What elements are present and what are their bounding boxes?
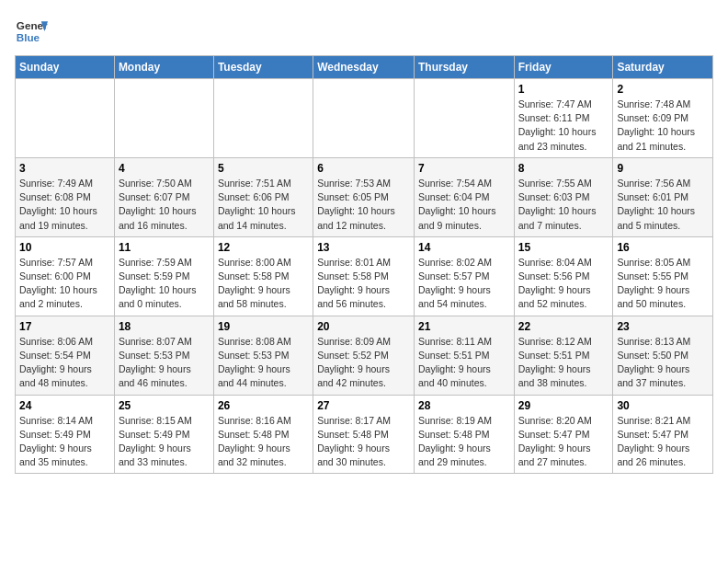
day-number: 27 <box>317 399 410 412</box>
calendar-cell: 19Sunrise: 8:08 AMSunset: 5:53 PMDayligh… <box>213 316 313 395</box>
weekday-header-saturday: Saturday <box>613 56 713 79</box>
day-info: Sunrise: 8:19 AMSunset: 5:48 PMDaylight:… <box>418 414 510 470</box>
calendar-cell: 6Sunrise: 7:53 AMSunset: 6:05 PMDaylight… <box>313 157 415 236</box>
calendar-body: 1Sunrise: 7:47 AMSunset: 6:11 PMDaylight… <box>16 79 713 474</box>
calendar-cell: 13Sunrise: 8:01 AMSunset: 5:58 PMDayligh… <box>313 236 415 316</box>
day-info: Sunrise: 8:14 AMSunset: 5:49 PMDaylight:… <box>19 414 110 470</box>
day-number: 6 <box>317 162 410 175</box>
calendar-cell <box>213 79 313 158</box>
calendar-cell: 4Sunrise: 7:50 AMSunset: 6:07 PMDaylight… <box>114 157 213 236</box>
day-info: Sunrise: 8:15 AMSunset: 5:49 PMDaylight:… <box>119 414 210 470</box>
calendar-table: SundayMondayTuesdayWednesdayThursdayFrid… <box>15 55 713 474</box>
calendar-cell: 10Sunrise: 7:57 AMSunset: 6:00 PMDayligh… <box>16 236 115 316</box>
day-info: Sunrise: 8:17 AMSunset: 5:48 PMDaylight:… <box>317 414 410 470</box>
day-number: 24 <box>19 399 110 412</box>
calendar-cell: 12Sunrise: 8:00 AMSunset: 5:58 PMDayligh… <box>213 236 313 316</box>
calendar-cell: 22Sunrise: 8:12 AMSunset: 5:51 PMDayligh… <box>514 316 613 395</box>
day-number: 11 <box>119 241 210 254</box>
weekday-header-monday: Monday <box>114 56 213 79</box>
calendar-cell: 11Sunrise: 7:59 AMSunset: 5:59 PMDayligh… <box>114 236 213 316</box>
calendar-week-3: 10Sunrise: 7:57 AMSunset: 6:00 PMDayligh… <box>16 236 713 316</box>
calendar-cell <box>16 79 115 158</box>
weekday-header-thursday: Thursday <box>414 56 514 79</box>
calendar-cell: 23Sunrise: 8:13 AMSunset: 5:50 PMDayligh… <box>613 316 713 395</box>
day-number: 22 <box>518 320 609 333</box>
calendar-cell: 14Sunrise: 8:02 AMSunset: 5:57 PMDayligh… <box>414 236 514 316</box>
calendar-cell: 27Sunrise: 8:17 AMSunset: 5:48 PMDayligh… <box>313 395 415 474</box>
calendar-week-4: 17Sunrise: 8:06 AMSunset: 5:54 PMDayligh… <box>16 316 713 395</box>
calendar-cell <box>114 79 213 158</box>
calendar-cell: 25Sunrise: 8:15 AMSunset: 5:49 PMDayligh… <box>114 395 213 474</box>
day-number: 30 <box>617 399 709 412</box>
calendar-cell <box>313 79 415 158</box>
calendar-cell: 7Sunrise: 7:54 AMSunset: 6:04 PMDaylight… <box>414 157 514 236</box>
calendar-cell: 20Sunrise: 8:09 AMSunset: 5:52 PMDayligh… <box>313 316 415 395</box>
day-info: Sunrise: 8:01 AMSunset: 5:58 PMDaylight:… <box>317 256 410 312</box>
day-info: Sunrise: 8:02 AMSunset: 5:57 PMDaylight:… <box>418 256 510 312</box>
day-number: 19 <box>218 320 309 333</box>
calendar-cell: 9Sunrise: 7:56 AMSunset: 6:01 PMDaylight… <box>613 157 713 236</box>
day-number: 29 <box>518 399 609 412</box>
calendar-cell: 29Sunrise: 8:20 AMSunset: 5:47 PMDayligh… <box>514 395 613 474</box>
weekday-header-friday: Friday <box>514 56 613 79</box>
calendar-cell: 16Sunrise: 8:05 AMSunset: 5:55 PMDayligh… <box>613 236 713 316</box>
weekday-header-wednesday: Wednesday <box>313 56 415 79</box>
calendar-cell <box>414 79 514 158</box>
day-info: Sunrise: 8:04 AMSunset: 5:56 PMDaylight:… <box>518 256 609 312</box>
calendar-cell: 26Sunrise: 8:16 AMSunset: 5:48 PMDayligh… <box>213 395 313 474</box>
logo-icon: General Blue <box>15 15 48 48</box>
day-info: Sunrise: 7:59 AMSunset: 5:59 PMDaylight:… <box>119 256 210 312</box>
day-info: Sunrise: 7:56 AMSunset: 6:01 PMDaylight:… <box>617 177 709 233</box>
calendar-cell: 1Sunrise: 7:47 AMSunset: 6:11 PMDaylight… <box>514 79 613 158</box>
day-info: Sunrise: 8:16 AMSunset: 5:48 PMDaylight:… <box>218 414 309 470</box>
day-number: 20 <box>317 320 410 333</box>
logo: General Blue <box>15 15 48 48</box>
day-number: 18 <box>119 320 210 333</box>
day-number: 13 <box>317 241 410 254</box>
day-number: 9 <box>617 162 709 175</box>
day-info: Sunrise: 8:11 AMSunset: 5:51 PMDaylight:… <box>418 335 510 391</box>
day-info: Sunrise: 8:05 AMSunset: 5:55 PMDaylight:… <box>617 256 709 312</box>
day-number: 12 <box>218 241 309 254</box>
day-info: Sunrise: 8:06 AMSunset: 5:54 PMDaylight:… <box>19 335 110 391</box>
calendar-cell: 24Sunrise: 8:14 AMSunset: 5:49 PMDayligh… <box>16 395 115 474</box>
calendar-cell: 18Sunrise: 8:07 AMSunset: 5:53 PMDayligh… <box>114 316 213 395</box>
day-info: Sunrise: 8:09 AMSunset: 5:52 PMDaylight:… <box>317 335 410 391</box>
calendar-week-1: 1Sunrise: 7:47 AMSunset: 6:11 PMDaylight… <box>16 79 713 158</box>
weekday-header-sunday: Sunday <box>16 56 115 79</box>
day-info: Sunrise: 8:13 AMSunset: 5:50 PMDaylight:… <box>617 335 709 391</box>
day-number: 21 <box>418 320 510 333</box>
day-number: 7 <box>418 162 510 175</box>
day-number: 16 <box>617 241 709 254</box>
calendar-header-row: SundayMondayTuesdayWednesdayThursdayFrid… <box>16 56 713 79</box>
day-number: 17 <box>19 320 110 333</box>
svg-text:Blue: Blue <box>17 31 40 43</box>
day-info: Sunrise: 8:12 AMSunset: 5:51 PMDaylight:… <box>518 335 609 391</box>
day-info: Sunrise: 7:50 AMSunset: 6:07 PMDaylight:… <box>119 177 210 233</box>
day-info: Sunrise: 8:00 AMSunset: 5:58 PMDaylight:… <box>218 256 309 312</box>
day-number: 15 <box>518 241 609 254</box>
calendar-cell: 21Sunrise: 8:11 AMSunset: 5:51 PMDayligh… <box>414 316 514 395</box>
weekday-header-tuesday: Tuesday <box>213 56 313 79</box>
day-number: 3 <box>19 162 110 175</box>
day-info: Sunrise: 8:07 AMSunset: 5:53 PMDaylight:… <box>119 335 210 391</box>
day-info: Sunrise: 7:49 AMSunset: 6:08 PMDaylight:… <box>19 177 110 233</box>
calendar-week-5: 24Sunrise: 8:14 AMSunset: 5:49 PMDayligh… <box>16 395 713 474</box>
day-number: 14 <box>418 241 510 254</box>
day-number: 1 <box>518 83 609 96</box>
day-info: Sunrise: 8:08 AMSunset: 5:53 PMDaylight:… <box>218 335 309 391</box>
day-number: 26 <box>218 399 309 412</box>
calendar-cell: 3Sunrise: 7:49 AMSunset: 6:08 PMDaylight… <box>16 157 115 236</box>
calendar-week-2: 3Sunrise: 7:49 AMSunset: 6:08 PMDaylight… <box>16 157 713 236</box>
day-info: Sunrise: 7:55 AMSunset: 6:03 PMDaylight:… <box>518 177 609 233</box>
day-info: Sunrise: 7:57 AMSunset: 6:00 PMDaylight:… <box>19 256 110 312</box>
day-number: 5 <box>218 162 309 175</box>
day-info: Sunrise: 8:21 AMSunset: 5:47 PMDaylight:… <box>617 414 709 470</box>
day-info: Sunrise: 7:54 AMSunset: 6:04 PMDaylight:… <box>418 177 510 233</box>
day-info: Sunrise: 7:51 AMSunset: 6:06 PMDaylight:… <box>218 177 309 233</box>
day-number: 23 <box>617 320 709 333</box>
day-info: Sunrise: 7:48 AMSunset: 6:09 PMDaylight:… <box>617 98 709 154</box>
calendar-cell: 5Sunrise: 7:51 AMSunset: 6:06 PMDaylight… <box>213 157 313 236</box>
calendar-cell: 17Sunrise: 8:06 AMSunset: 5:54 PMDayligh… <box>16 316 115 395</box>
day-number: 28 <box>418 399 510 412</box>
